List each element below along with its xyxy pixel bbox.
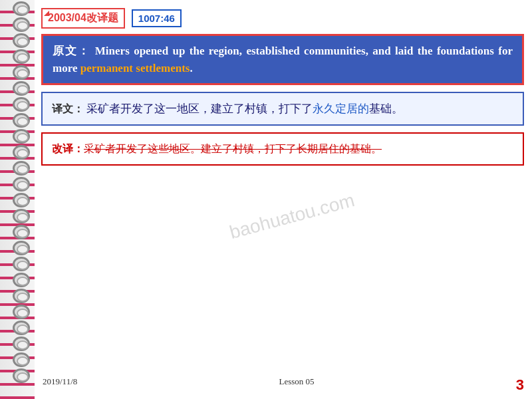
top-labels: 2003/04改译题 1007:46 (41, 8, 524, 29)
footer-date: 2019/11/8 (43, 376, 77, 394)
spiral-loop (13, 273, 30, 287)
translation-box: 译文： 采矿者开发了这一地区，建立了村镇，打下了永久定居的基础。 (41, 92, 524, 126)
revised-text: 改译：采矿者开发了这些地区。建立了村镇，打下了长期居住的基础。 (52, 140, 513, 158)
spiral-loops (12, 0, 31, 399)
spiral-loop (13, 225, 30, 239)
year-label: 2003/04改译题 (41, 8, 125, 29)
spiral-loop (13, 336, 30, 351)
spiral-loop (13, 368, 30, 383)
spiral-loop (13, 352, 30, 367)
spiral-loop (13, 97, 30, 112)
revised-label: 改译： (52, 143, 84, 154)
translation-label: 译文： (52, 103, 84, 114)
original-suffix: . (190, 62, 192, 74)
translation-text: 译文： 采矿者开发了这一地区，建立了村镇，打下了永久定居的基础。 (52, 100, 513, 118)
translation-body: 采矿者开发了这一地区，建立了村镇，打下了 (86, 102, 313, 115)
spiral-loop (13, 289, 30, 303)
spiral-loop (13, 241, 30, 255)
page-number: 3 (516, 376, 524, 394)
translation-suffix: 基础。 (369, 102, 403, 115)
spiral-loop (13, 321, 30, 335)
spiral-loop (13, 65, 30, 80)
original-highlight: permanent settlements (80, 62, 190, 74)
spiral-loop (13, 145, 30, 160)
spiral-loop (13, 17, 30, 32)
translation-highlight: 永久定居的 (313, 102, 369, 115)
spiral-loop (13, 177, 30, 192)
spiral-loop (13, 209, 30, 223)
original-text-box: 原文： Miners opened up the region, establi… (41, 34, 524, 85)
main-content: 2003/04改译题 1007:46 原文： Miners opened up … (35, 0, 532, 399)
spiral-loop (13, 193, 30, 207)
spiral-loop (13, 1, 30, 16)
spiral-binding (0, 0, 35, 399)
revised-body: 采矿者开发了这些地区。建立了村镇，打下了长期居住的基础。 (84, 143, 382, 154)
revised-box: 改译：采矿者开发了这些地区。建立了村镇，打下了长期居住的基础。 (41, 132, 524, 166)
spiral-loop (13, 49, 30, 64)
original-english-text: 原文： Miners opened up the region, establi… (53, 43, 513, 76)
spiral-loop (13, 129, 30, 144)
spiral-loop (13, 305, 30, 319)
spiral-loop (13, 113, 30, 128)
time-label: 1007:46 (132, 9, 182, 27)
spiral-loop (13, 161, 30, 176)
spiral-loop (13, 257, 30, 271)
original-label: 原文： (53, 45, 90, 57)
spiral-loop (13, 33, 30, 48)
footer: 2019/11/8 Lesson 05 3 (35, 376, 532, 394)
spiral-loop (13, 81, 30, 96)
footer-lesson: Lesson 05 (279, 376, 314, 394)
